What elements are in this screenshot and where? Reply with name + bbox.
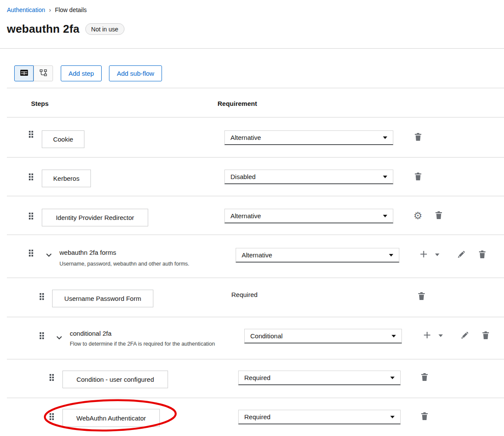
delete-button[interactable] <box>411 170 425 184</box>
header-divider <box>0 48 504 49</box>
requirement-value: Alternative <box>242 251 272 259</box>
page-title: webauthn 2fa <box>7 22 80 36</box>
requirement-value: Required <box>244 413 271 421</box>
requirement-select[interactable]: Conditional <box>244 329 402 343</box>
column-header-requirement: Requirement <box>218 100 257 107</box>
step-button[interactable]: Username Password Form <box>52 290 153 307</box>
step-label: Kerberos <box>53 175 80 182</box>
status-badge: Not in use <box>85 23 124 35</box>
requirement-select[interactable]: Required <box>238 410 401 424</box>
drag-handle-icon[interactable] <box>50 374 54 381</box>
add-options-dropdown[interactable] <box>434 329 448 343</box>
trash-icon <box>418 292 425 301</box>
delete-button[interactable] <box>414 290 428 303</box>
delete-button[interactable] <box>479 329 492 343</box>
chevron-down-icon <box>392 335 396 337</box>
trash-icon <box>479 250 485 260</box>
table-row: Cookie Alternative <box>0 117 504 158</box>
breadcrumb-separator-icon: › <box>49 6 51 13</box>
plus-icon <box>424 332 430 340</box>
drag-handle-icon[interactable] <box>40 293 44 300</box>
chevron-down-icon <box>383 215 387 217</box>
drag-handle-icon[interactable] <box>29 250 33 257</box>
diagram-view-icon <box>40 69 47 77</box>
add-step-to-subflow-button[interactable] <box>420 329 434 343</box>
step-button[interactable]: Cookie <box>42 130 84 148</box>
breadcrumb-current: Flow details <box>55 6 87 13</box>
step-button[interactable]: Condition - user configured <box>62 371 168 388</box>
requirement-value: Conditional <box>250 332 283 340</box>
requirement-select[interactable]: Alternative <box>236 248 399 263</box>
edit-button[interactable] <box>454 248 468 262</box>
step-label: Cookie <box>53 136 73 143</box>
drag-handle-icon[interactable] <box>29 131 33 138</box>
column-header-steps: Steps <box>31 100 49 107</box>
delete-button[interactable] <box>417 371 431 384</box>
toolbar-divider <box>7 88 504 88</box>
chevron-down-icon <box>383 136 387 139</box>
drag-handle-icon[interactable] <box>50 413 54 420</box>
delete-button[interactable] <box>411 130 425 144</box>
add-step-button[interactable]: Add step <box>61 65 102 81</box>
drag-handle-icon[interactable] <box>29 213 33 220</box>
expand-toggle[interactable] <box>46 251 52 255</box>
breadcrumb-authentication-link[interactable]: Authentication <box>7 6 45 13</box>
trash-icon <box>415 173 421 182</box>
table-row: Condition - user configured Required <box>0 359 504 398</box>
add-subflow-button[interactable]: Add sub-flow <box>109 65 162 81</box>
delete-button[interactable] <box>475 248 489 262</box>
trash-icon <box>482 331 489 340</box>
table-row: conditional 2fa Flow to determine if the… <box>0 317 504 359</box>
subflow-name[interactable]: conditional 2fa <box>70 330 112 337</box>
trash-icon <box>436 211 442 220</box>
chevron-down-icon <box>56 336 62 340</box>
step-label: WebAuthn Authenticator <box>76 414 146 422</box>
expand-toggle[interactable] <box>56 334 62 338</box>
delete-button[interactable] <box>417 410 431 424</box>
delete-button[interactable] <box>432 209 445 223</box>
pencil-icon <box>458 251 465 259</box>
view-toggle-group <box>14 65 53 81</box>
table-view-icon <box>20 70 28 77</box>
trash-icon <box>415 133 421 142</box>
breadcrumb: Authentication › Flow details <box>7 6 87 13</box>
edit-button[interactable] <box>458 329 472 343</box>
settings-button[interactable]: ⚙ <box>411 209 425 223</box>
subflow-description: Flow to determine if the 2FA is required… <box>70 341 215 347</box>
add-step-to-subflow-button[interactable] <box>417 248 430 262</box>
requirement-select[interactable]: Required <box>238 371 401 385</box>
table-view-toggle[interactable] <box>14 65 34 81</box>
requirement-select[interactable]: Alternative <box>224 209 393 223</box>
flow-details-page: Authentication › Flow details webauthn 2… <box>0 0 504 436</box>
table-row: webauthn 2fa forms Username, password, w… <box>0 235 504 278</box>
trash-icon <box>421 373 428 382</box>
step-label: Condition - user configured <box>76 376 154 383</box>
drag-handle-icon[interactable] <box>29 173 33 180</box>
table-row: Identity Provider Redirector Alternative… <box>0 196 504 235</box>
step-button[interactable]: WebAuthn Authenticator <box>62 409 160 427</box>
add-options-dropdown[interactable] <box>430 248 444 262</box>
chevron-down-icon <box>383 176 387 178</box>
subflow-description: Username, password, webauthn and other a… <box>59 261 190 267</box>
gear-icon: ⚙ <box>414 211 423 221</box>
diagram-view-toggle[interactable] <box>34 65 53 81</box>
table-row: Username Password Form Required <box>0 278 504 317</box>
requirement-value: Alternative <box>230 212 261 220</box>
requirement-value: Disabled <box>230 173 255 180</box>
requirement-value: Alternative <box>230 134 261 141</box>
pencil-icon <box>461 332 468 340</box>
chevron-down-icon <box>390 377 395 379</box>
step-button[interactable]: Kerberos <box>42 170 91 187</box>
subflow-name[interactable]: webauthn 2fa forms <box>59 249 116 256</box>
requirement-select[interactable]: Disabled <box>224 170 393 184</box>
caret-down-icon <box>439 334 443 337</box>
step-label: Identity Provider Redirector <box>56 214 134 221</box>
chevron-down-icon <box>390 416 395 418</box>
step-label: Username Password Form <box>64 295 141 302</box>
requirement-value: Required <box>244 374 271 381</box>
trash-icon <box>421 412 428 421</box>
requirement-text: Required <box>231 291 258 298</box>
step-button[interactable]: Identity Provider Redirector <box>42 209 148 226</box>
requirement-select[interactable]: Alternative <box>224 130 393 145</box>
drag-handle-icon[interactable] <box>40 332 44 339</box>
